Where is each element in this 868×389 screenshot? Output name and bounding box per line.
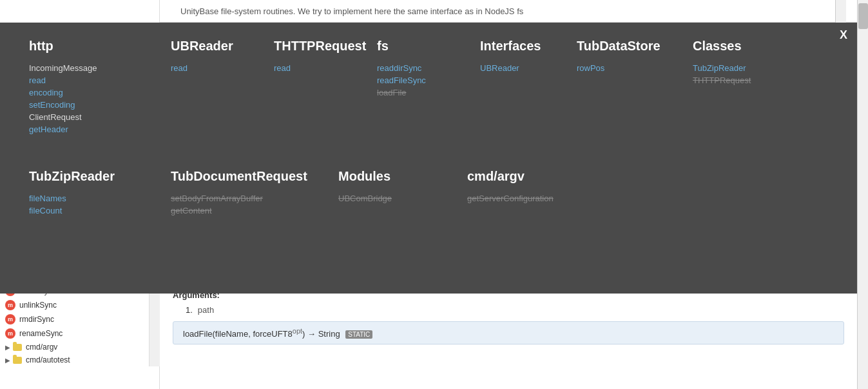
section-item[interactable]: readdirSync xyxy=(377,63,461,73)
function-signature-row: loadFile(fileName, forceUFT8opt) → Strin… xyxy=(173,321,844,344)
section-tubzipreader: TubZipReader fileNames fileCount xyxy=(19,169,161,218)
section-title-cmdargv: cmd/argv xyxy=(467,169,590,184)
argument-item: 1. path xyxy=(173,305,844,315)
section-item[interactable]: setEncoding xyxy=(29,100,151,110)
section-title-tubzipreader: TubZipReader xyxy=(29,169,151,184)
section-item: ClientRequest xyxy=(29,112,151,122)
sidebar-items: m existsSync m unlinkSync m rmdirSync m … xyxy=(0,284,160,366)
section-title-interfaces: Interfaces xyxy=(480,39,557,54)
section-title-modules: Modules xyxy=(338,169,448,184)
method-icon: m xyxy=(5,300,15,310)
section-ubreader: UBReader read xyxy=(161,39,264,150)
bg-description: UnityBase file-system routines. We try t… xyxy=(180,6,523,16)
section-item[interactable]: UBReader xyxy=(480,63,557,73)
section-title-http: http xyxy=(29,39,151,54)
section-item[interactable]: getHeader xyxy=(29,125,151,134)
static-badge: STATIC xyxy=(345,330,372,339)
section-title-fs: fs xyxy=(377,39,461,54)
doc-content: Arguments: 1. path loadFile(fileName, fo… xyxy=(160,284,857,389)
func-params: (fileName, forceUFT8opt) xyxy=(213,329,305,339)
scrollbar-right[interactable] xyxy=(857,0,868,389)
section-item[interactable]: read xyxy=(274,63,358,73)
return-arrow: → xyxy=(307,329,318,339)
section-item: setBodyFromArrayBuffer xyxy=(171,194,319,203)
sidebar-folder-cmdautotest[interactable]: ▶ cmd/autotest xyxy=(0,354,160,366)
section-title-tubdocumentrequest: TubDocumentRequest xyxy=(171,169,319,184)
sidebar-item-unlinksync[interactable]: m unlinkSync xyxy=(0,298,160,312)
section-thttprequest: THTTPRequest read xyxy=(264,39,367,150)
section-item[interactable]: read xyxy=(29,75,151,85)
section-tubdatastore: TubDataStore rowPos xyxy=(567,39,683,150)
section-item[interactable]: read xyxy=(171,63,255,73)
section-classes: Classes TubZipReader THTTPRequest xyxy=(683,39,799,150)
sidebar-item-renamesync[interactable]: m renameSync xyxy=(0,326,160,341)
section-modules: Modules UBComBridge xyxy=(329,169,458,218)
section-cmdargv: cmd/argv getServerConfiguration xyxy=(458,169,599,218)
sidebar-folder-cmdargv[interactable]: ▶ cmd/argv xyxy=(0,341,160,354)
method-icon: m xyxy=(5,328,15,339)
section-item: getServerConfiguration xyxy=(467,194,590,203)
search-results-overlay: X http IncomingMessage read encoding set… xyxy=(0,23,857,294)
section-tubdocumentrequest: TubDocumentRequest setBodyFromArrayBuffe… xyxy=(161,169,329,218)
sidebar-item-label: rmdirSync xyxy=(19,315,54,324)
section-item[interactable]: TubZipReader xyxy=(693,63,789,73)
section-http: http IncomingMessage read encoding setEn… xyxy=(19,39,161,150)
section-item[interactable]: rowPos xyxy=(577,63,673,73)
sidebar-folder-label: cmd/autotest xyxy=(26,355,70,364)
section-interfaces: Interfaces UBReader xyxy=(470,39,567,150)
section-item[interactable]: readFileSync xyxy=(377,75,461,85)
sidebar-item-rmdirsync[interactable]: m rmdirSync xyxy=(0,312,160,326)
section-item: UBComBridge xyxy=(338,194,448,203)
section-item: getContent xyxy=(171,206,319,215)
section-title-ubreader: UBReader xyxy=(171,39,255,54)
section-item[interactable]: encoding xyxy=(29,88,151,97)
sidebar-folder-label: cmd/argv xyxy=(26,343,57,352)
section-item: loadFile xyxy=(377,88,461,97)
section-item: IncomingMessage xyxy=(29,63,151,73)
arguments-section: Arguments: 1. path xyxy=(173,290,844,315)
sidebar-item-label: unlinkSync xyxy=(19,301,57,310)
section-fs: fs readdirSync readFileSync loadFile xyxy=(367,39,470,150)
folder-icon xyxy=(13,344,22,351)
section-item: THTTPRequest xyxy=(693,75,789,85)
collapse-arrow-icon: ▶ xyxy=(5,344,10,351)
return-type: String xyxy=(318,329,340,339)
section-title-thttprequest: THTTPRequest xyxy=(274,39,358,54)
close-button[interactable]: X xyxy=(840,29,847,41)
scrollbar-thumb[interactable] xyxy=(858,3,868,29)
collapse-arrow-icon: ▶ xyxy=(5,357,10,364)
opt-param: opt xyxy=(293,327,302,335)
section-title-classes: Classes xyxy=(693,39,789,54)
sidebar-item-label: renameSync xyxy=(19,329,63,338)
folder-icon xyxy=(13,357,22,364)
section-item[interactable]: fileNames xyxy=(29,194,151,203)
section-title-tubdatastore: TubDataStore xyxy=(577,39,673,54)
arg-number: 1. xyxy=(186,305,193,315)
arg-name: path xyxy=(198,305,214,315)
method-icon: m xyxy=(5,314,15,324)
section-item[interactable]: fileCount xyxy=(29,206,151,215)
func-name: loadFile xyxy=(183,329,213,339)
